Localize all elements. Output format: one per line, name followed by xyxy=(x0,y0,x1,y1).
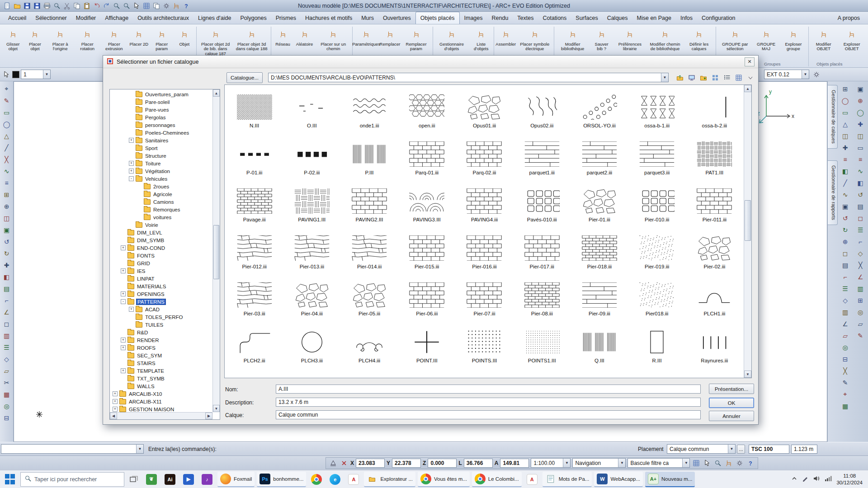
pattern-item-open-iii[interactable]: open.iii xyxy=(398,88,456,135)
right-tool-a-15-icon[interactable]: ◻ xyxy=(840,248,851,259)
pattern-item-opus02-iii[interactable]: Opus02.iii xyxy=(513,88,571,135)
ribbon-button-objet[interactable]: Objet xyxy=(174,26,195,48)
zoom-in-icon[interactable] xyxy=(112,1,121,10)
tree-item-sport[interactable]: Sport xyxy=(110,144,212,152)
nom-input[interactable]: A.III xyxy=(276,385,701,394)
tree-item-walls[interactable]: WALLS xyxy=(110,382,212,390)
menu-hachures-et-motifs[interactable]: Hachures et motifs xyxy=(301,12,357,24)
tree-item-agricole[interactable]: Agricole xyxy=(110,190,212,198)
pattern-item-plch3-iii[interactable]: PLCH3.iii xyxy=(283,323,340,370)
delta-icon[interactable] xyxy=(329,459,338,468)
app-acrobat-1[interactable]: A xyxy=(345,472,362,487)
app-acrobat-2[interactable]: A xyxy=(524,472,540,487)
view-options-icon[interactable] xyxy=(733,73,744,83)
left-tool-22-icon[interactable]: ▥ xyxy=(1,330,12,341)
pattern-item-pier-010-iii[interactable]: Pier-010.iii xyxy=(628,182,686,229)
tree-item-roofs[interactable]: +ROOFS xyxy=(110,344,212,352)
right-tool-a-2-icon[interactable]: ◯ xyxy=(840,95,851,106)
pattern-item-pier-01-iii[interactable]: Pier-01.iii xyxy=(571,182,628,229)
pattern-item-pier-07-iii[interactable]: Pier-07.iii xyxy=(456,276,513,323)
scrollbar-thumb[interactable] xyxy=(213,225,219,279)
pattern-item-pier-05-iii[interactable]: Pier-05.iii xyxy=(340,276,398,323)
tree-item-camions[interactable]: Camions xyxy=(110,198,212,206)
tree-item-structure[interactable]: Structure xyxy=(110,152,212,160)
app-foxmail[interactable]: Foxmail xyxy=(217,472,255,487)
app-blue[interactable]: ▶ xyxy=(180,472,197,487)
more-button[interactable]: ... xyxy=(737,445,745,454)
new-folder-icon[interactable] xyxy=(698,73,708,83)
tree-item-ouvertures-param[interactable]: Ouvertures_param xyxy=(110,90,212,98)
right-tool-b-10-icon[interactable]: ↺ xyxy=(855,189,866,200)
menu-polygones[interactable]: Polygones xyxy=(236,12,271,24)
left-tool-4-icon[interactable]: ◯ xyxy=(1,118,12,130)
ribbon-button-r-seau[interactable]: Réseau xyxy=(272,26,294,48)
tree-expander-icon[interactable]: + xyxy=(129,161,134,166)
tree-item-tuiles[interactable]: TUILES xyxy=(110,321,212,328)
left-tool-26-icon[interactable]: ✂ xyxy=(1,377,12,388)
left-tool-15-icon[interactable]: ↻ xyxy=(1,248,12,259)
right-tool-a-17-icon[interactable]: ⌐ xyxy=(840,271,851,282)
y-coordinate-value[interactable]: 22.378 xyxy=(392,459,421,468)
right-tool-a-27-icon[interactable]: ⌖ xyxy=(840,389,851,400)
cancel-button[interactable]: Annuler xyxy=(709,411,754,421)
right-tool-b-7-icon[interactable]: ≡ xyxy=(855,154,866,165)
app-webapp[interactable]: WWebAcapp... xyxy=(594,472,643,487)
save-all-icon[interactable] xyxy=(33,1,42,10)
tree-expander-icon[interactable]: + xyxy=(129,307,134,312)
right-tool-b-14-icon[interactable]: ⌐ xyxy=(855,236,866,247)
left-tool-8-icon[interactable]: ∿ xyxy=(1,165,12,177)
layer-number-combo[interactable]: 1▼ xyxy=(21,70,51,79)
tree-item-template[interactable]: +TEMPLATE xyxy=(110,367,212,375)
left-tool-1-icon[interactable]: ⌖ xyxy=(1,83,12,94)
tree-item-sanitaires[interactable]: +Sanitaires xyxy=(110,136,212,144)
pattern-item-point-iii[interactable]: POINT.III xyxy=(398,323,456,370)
tree-item-remorques[interactable]: Remorques xyxy=(110,206,212,213)
tree-item-ies[interactable]: +IES xyxy=(110,267,212,275)
pattern-item-pier-018-iii[interactable]: Pier-018.iii xyxy=(571,229,628,276)
tree-item-dim-symb[interactable]: DIM_SYMB xyxy=(110,236,212,244)
tree-expander-icon[interactable]: + xyxy=(113,407,118,412)
menu-objets-plac-s[interactable]: Objets placés xyxy=(415,12,460,24)
description-input[interactable]: 13.2 x 7.6 m xyxy=(276,398,701,407)
ribbon-button-placer-symbole-lectrique[interactable]: Placer symbole électrique xyxy=(517,26,553,53)
undo-icon[interactable] xyxy=(92,1,101,10)
start-button[interactable] xyxy=(2,472,18,487)
up-one-level-icon[interactable] xyxy=(675,73,685,83)
length-value-value[interactable]: 36.766 xyxy=(464,459,493,468)
app-notepad[interactable]: Mots de Pa... xyxy=(542,472,592,487)
menu-infos[interactable]: Infos xyxy=(676,12,697,24)
ribbon-button-remplacer-param[interactable]: Remplacer param xyxy=(401,26,432,53)
scroll-up-icon[interactable]: ▲ xyxy=(744,85,751,92)
tree-item-materials[interactable]: MATERIALS xyxy=(110,282,212,290)
left-tool-5-icon[interactable]: △ xyxy=(1,130,12,141)
scroll-left-icon[interactable]: ◀ xyxy=(110,413,117,419)
right-tool-a-21-icon[interactable]: ∠ xyxy=(840,318,851,329)
close-icon[interactable]: ✕ xyxy=(745,57,755,66)
left-tool-14-icon[interactable]: ↺ xyxy=(1,236,12,247)
right-tool-a-16-icon[interactable]: ▤ xyxy=(840,259,851,271)
left-tool-9-icon[interactable]: ≡ xyxy=(1,177,12,188)
menu-s-lectionner[interactable]: Sélectionner xyxy=(31,12,71,24)
tree-expander-icon[interactable]: + xyxy=(121,345,126,350)
tree-expander-icon[interactable]: - xyxy=(121,299,126,304)
ribbon-button-sauver-bib-[interactable]: Sauver bib ? xyxy=(590,26,613,53)
status-tool-2-icon[interactable] xyxy=(703,459,712,468)
right-tool-b-13-icon[interactable]: ☰ xyxy=(855,224,866,235)
menu-affichage[interactable]: Affichage xyxy=(100,12,133,24)
ribbon-button-modifier-biblioth-que[interactable]: Modifier bibliothèque xyxy=(555,26,590,53)
menu-prismes[interactable]: Prismes xyxy=(271,12,301,24)
right-tool-b-2-icon[interactable]: ⊕ xyxy=(855,95,866,106)
ribbon-button-modifier-objet[interactable]: Modifier OBJET xyxy=(810,26,837,53)
pattern-item-ossa-b-1-iii[interactable]: ossa-b-1.iii xyxy=(628,88,686,135)
tree-item-2roues[interactable]: 2roues xyxy=(110,183,212,190)
right-tool-a-5-icon[interactable]: ◫ xyxy=(840,130,851,141)
menu-a-propos[interactable]: A propos xyxy=(833,12,864,24)
menu-configuration[interactable]: Configuration xyxy=(697,12,740,24)
pattern-item-plch4-iii[interactable]: PLCH4.iii xyxy=(340,323,398,370)
status-tool-3-icon[interactable] xyxy=(713,459,722,468)
tree-item-openings[interactable]: +OPENINGS xyxy=(110,290,212,298)
print-preview-icon[interactable] xyxy=(52,1,61,10)
left-tool-12-icon[interactable]: ◫ xyxy=(1,212,12,224)
pattern-item-parquet2-iii[interactable]: parquet2.iii xyxy=(571,135,628,182)
right-tool-b-21-icon[interactable]: ▱ xyxy=(855,318,866,329)
